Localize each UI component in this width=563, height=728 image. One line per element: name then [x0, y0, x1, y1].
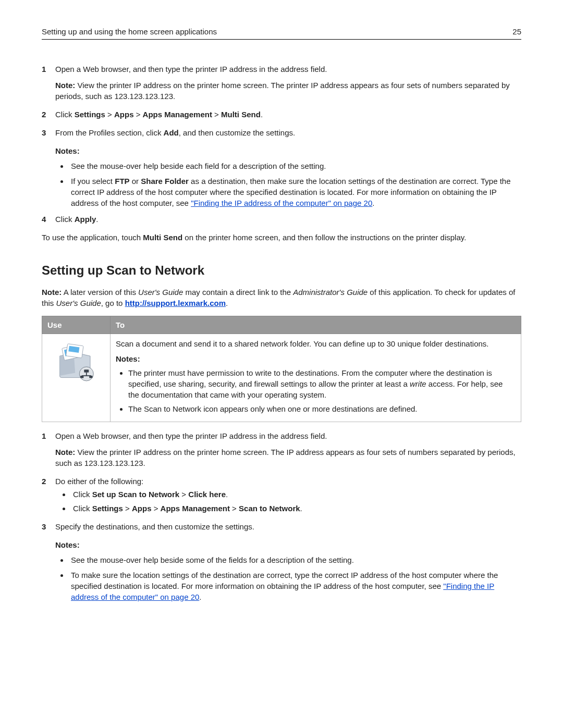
s2-step-1: 1 Open a Web browser, and then type the …	[42, 430, 521, 468]
s2-notes-heading: Notes:	[42, 539, 521, 550]
step1-note: Note: View the printer IP address on the…	[55, 80, 521, 102]
step-2: 2 Click Settings > Apps > Apps Managemen…	[42, 109, 521, 120]
svg-rect-9	[89, 376, 92, 378]
notes-bullet-1: See the mouse‑over help beside each fiel…	[69, 161, 521, 171]
section-heading-scan-network: Setting up Scan to Network	[42, 262, 521, 279]
step-4: 4 Click Apply.	[42, 214, 521, 225]
scan-to-network-icon	[53, 338, 100, 385]
step-1: 1 Open a Web browser, and then type the …	[42, 64, 521, 102]
table-notes-label: Notes:	[116, 353, 516, 364]
link-support-lexmark[interactable]: http://support.lexmark.com	[125, 299, 226, 307]
icon-cell	[42, 334, 111, 422]
page-header: Setting up and using the home screen app…	[42, 26, 521, 40]
notes-heading: Notes:	[42, 145, 521, 156]
table-bullet-2: The Scan to Network icon appears only wh…	[128, 403, 516, 414]
step-3: 3 From the Profiles section, click Add, …	[42, 127, 521, 138]
header-page-number: 25	[512, 26, 521, 37]
header-title: Setting up and using the home screen app…	[42, 26, 217, 37]
notes-bullet-2: If you select FTP or Share Folder as a d…	[69, 176, 521, 208]
table-row: Scan a document and send it to a shared …	[42, 334, 521, 422]
s2-step-2: 2 Do either of the following: Click Set …	[42, 476, 521, 514]
table-content-cell: Scan a document and send it to a shared …	[111, 334, 521, 422]
s2-step1-note: Note: View the printer IP address on the…	[55, 447, 521, 468]
link-finding-ip-1[interactable]: "Finding the IP address of the computer"…	[191, 199, 372, 207]
closing-paragraph: To use the application, touch Multi Send…	[42, 232, 521, 243]
section2-note-paragraph: Note: A later version of this User's Gui…	[42, 287, 521, 309]
table-desc: Scan a document and send it to a shared …	[116, 338, 516, 349]
s2-notes-bullet-2: To make sure the location settings of th…	[69, 570, 521, 602]
s2-step2-opt2: Click Settings > Apps > Apps Management …	[71, 503, 521, 514]
th-use: Use	[42, 316, 111, 334]
feature-table: Use To	[42, 316, 521, 422]
step-text: Open a Web browser, and then type the pr…	[55, 65, 327, 73]
svg-rect-8	[80, 376, 83, 378]
s2-step-3: 3 Specify the destinations, and then cus…	[42, 521, 521, 532]
s2-step2-opt1: Click Set up Scan to Network > Click her…	[71, 489, 521, 500]
svg-rect-5	[84, 369, 89, 372]
th-to: To	[111, 316, 521, 334]
s2-notes-bullet-1: See the mouse‑over help beside some of t…	[69, 554, 521, 565]
table-bullet-1: The printer must have permission to writ…	[128, 367, 516, 400]
